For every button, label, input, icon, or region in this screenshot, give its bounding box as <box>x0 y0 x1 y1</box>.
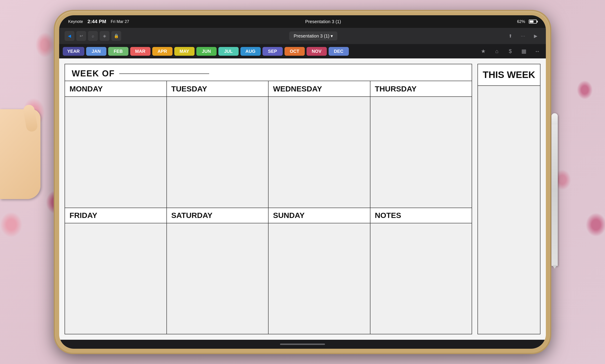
pencil-cap <box>551 113 558 124</box>
month-tabs: YEAR JAN FEB MAR APR MAY JUN JUL AUG SEP… <box>59 44 546 58</box>
bottom-days-cells <box>65 223 472 334</box>
thursday-header: THURSDAY <box>370 81 472 96</box>
this-week-sidebar: THIS WEEK <box>477 64 540 334</box>
status-time: 2:44 PM <box>87 19 106 25</box>
top-days-header-row: MONDAY TUESDAY WEDNESDAY THURSDAY <box>65 81 472 97</box>
toolbar-nav: ◀ ↩ ⌕ ◈ 🔒 <box>65 31 121 41</box>
week-of-line <box>119 74 209 74</box>
star-icon[interactable]: ★ <box>478 46 488 56</box>
notes-header: NOTES <box>370 208 472 223</box>
tab-jun[interactable]: JUN <box>196 47 216 56</box>
tab-dec[interactable]: DEC <box>329 47 349 56</box>
friday-header: FRIDAY <box>65 208 167 223</box>
saturday-cell[interactable] <box>167 223 269 334</box>
tab-nov[interactable]: NOV <box>307 47 327 56</box>
tab-jan[interactable]: JAN <box>86 47 106 56</box>
keynote-toolbar: ◀ ↩ ⌕ ◈ 🔒 Presentation 3 (1) ▾ ⬆ ⋯ ▶ <box>59 28 546 44</box>
planner-content: WEEK OF MONDAY TUESDAY WEDNESDAY THURSDA… <box>59 58 546 340</box>
apple-pencil <box>551 113 558 266</box>
friday-cell[interactable] <box>65 223 167 334</box>
battery-fill <box>530 20 534 23</box>
tab-oct[interactable]: OCT <box>284 47 305 56</box>
week-of-header: WEEK OF <box>65 64 472 81</box>
toolbar-center: Presentation 3 (1) ▾ <box>124 31 503 40</box>
top-days-cells <box>65 97 472 208</box>
tuesday-header: TUESDAY <box>167 81 269 96</box>
bookmark-button[interactable]: ◈ <box>100 31 109 41</box>
toolbar-right: ⬆ ⋯ ▶ <box>505 31 540 41</box>
sunday-header: SUNDAY <box>269 208 370 223</box>
home-icon[interactable]: ⌂ <box>492 46 502 56</box>
monday-header: MONDAY <box>65 81 167 96</box>
status-bar-right: 62% <box>517 19 537 24</box>
status-bar: Keynote 2:44 PM Fri Mar 27 Presentation … <box>59 15 546 28</box>
status-app: Keynote <box>68 19 83 24</box>
top-days-section: MONDAY TUESDAY WEDNESDAY THURSDAY <box>65 81 472 208</box>
battery-icon <box>529 20 537 24</box>
tablet-frame: Keynote 2:44 PM Fri Mar 27 Presentation … <box>55 11 550 353</box>
more-button[interactable]: ⋯ <box>518 31 528 41</box>
tab-feb[interactable]: FEB <box>108 47 128 56</box>
saturday-header: SATURDAY <box>167 208 269 223</box>
sunday-cell[interactable] <box>269 223 370 334</box>
tablet-screen: Keynote 2:44 PM Fri Mar 27 Presentation … <box>59 15 546 349</box>
dollar-icon[interactable]: $ <box>505 46 515 56</box>
status-bar-center: Presentation 3 (1) <box>305 19 341 24</box>
tab-icons: ★ ⌂ $ ▦ ↔ <box>478 46 542 56</box>
share-button[interactable]: ⬆ <box>505 31 515 41</box>
undo-button[interactable]: ↩ <box>76 31 86 41</box>
this-week-body[interactable] <box>478 86 540 334</box>
tab-year[interactable]: YEAR <box>63 47 84 56</box>
notes-cell[interactable] <box>370 223 472 334</box>
tuesday-cell[interactable] <box>167 97 269 208</box>
hand <box>0 109 40 199</box>
thursday-cell[interactable] <box>370 97 472 208</box>
tab-sep[interactable]: SEP <box>262 47 283 56</box>
back-button[interactable]: ◀ <box>65 31 74 41</box>
status-bar-left: Keynote 2:44 PM Fri Mar 27 <box>68 19 129 25</box>
tab-aug[interactable]: AUG <box>241 47 261 56</box>
tab-may[interactable]: MAY <box>174 47 195 56</box>
wednesday-header: WEDNESDAY <box>269 81 370 96</box>
home-bar <box>280 344 325 345</box>
tab-jul[interactable]: JUL <box>218 47 239 56</box>
week-of-label: WEEK OF <box>72 69 115 78</box>
planner-main: WEEK OF MONDAY TUESDAY WEDNESDAY THURSDA… <box>65 64 472 334</box>
this-week-header: THIS WEEK <box>478 64 540 86</box>
resize-icon[interactable]: ↔ <box>532 46 542 56</box>
lock-button[interactable]: 🔒 <box>111 31 121 41</box>
home-indicator <box>59 340 546 349</box>
play-button[interactable]: ▶ <box>531 31 540 41</box>
grid-icon[interactable]: ▦ <box>519 46 529 56</box>
monday-cell[interactable] <box>65 97 167 208</box>
status-date: Fri Mar 27 <box>111 19 129 24</box>
presentation-title[interactable]: Presentation 3 (1) ▾ <box>289 31 337 40</box>
bottom-days-section: FRIDAY SATURDAY SUNDAY NOTES <box>65 208 472 334</box>
tab-mar[interactable]: MAR <box>130 47 150 56</box>
bottom-days-header-row: FRIDAY SATURDAY SUNDAY NOTES <box>65 208 472 223</box>
wednesday-cell[interactable] <box>269 97 370 208</box>
this-week-title: THIS WEEK <box>483 70 536 80</box>
tab-apr[interactable]: APR <box>152 47 173 56</box>
battery-percentage: 62% <box>517 19 525 24</box>
search-button[interactable]: ⌕ <box>88 31 98 41</box>
